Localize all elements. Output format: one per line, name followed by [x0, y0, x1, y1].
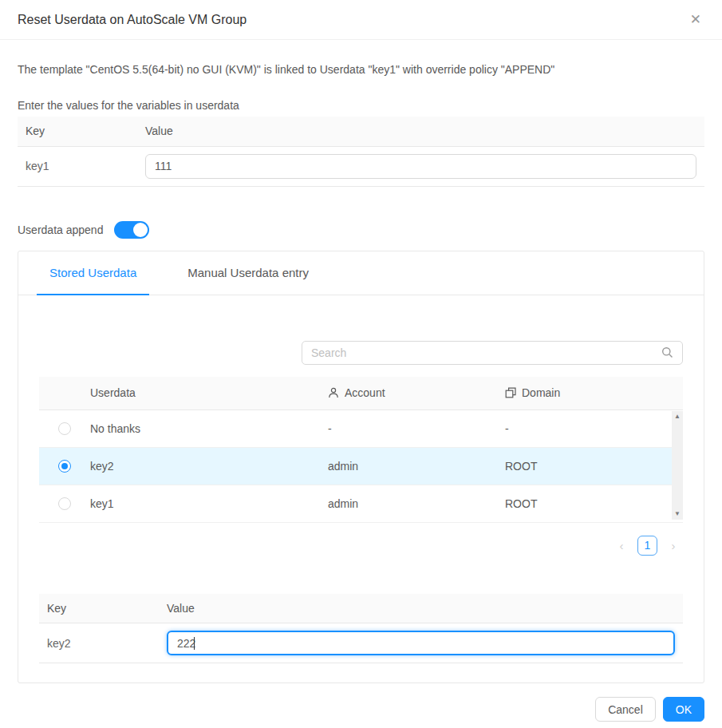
cell-userdata: key2	[90, 460, 328, 473]
cell-account: -	[328, 422, 505, 435]
cell-domain: ROOT	[505, 497, 683, 510]
pagination-prev-icon[interactable]: ‹	[612, 536, 631, 555]
ok-button[interactable]: OK	[663, 697, 704, 722]
scroll-down-icon[interactable]: ▼	[674, 508, 681, 520]
column-header-account: Account	[345, 386, 385, 399]
table-header-row: Key Value	[18, 117, 704, 146]
cancel-button[interactable]: Cancel	[595, 697, 656, 722]
tab-manual-userdata-entry[interactable]: Manual Userdata entry	[175, 251, 322, 295]
selected-value-input[interactable]	[167, 631, 675, 655]
tab-stored-userdata[interactable]: Stored Userdata	[37, 251, 149, 295]
modal-footer: Cancel OK	[0, 697, 722, 722]
modal-title: Reset Userdata on AutoScale VM Group	[18, 13, 247, 27]
pagination-next-icon[interactable]: ›	[664, 536, 683, 555]
search-icon[interactable]	[661, 346, 673, 358]
template-link-note: The template "CentOS 5.5(64-bit) no GUI …	[18, 63, 704, 76]
close-icon[interactable]: ✕	[687, 10, 704, 30]
toggle-knob	[133, 223, 148, 237]
tab-bar: Stored Userdata Manual Userdata entry	[18, 251, 704, 295]
column-header-domain: Domain	[522, 386, 560, 399]
column-header-value: Value	[137, 117, 704, 146]
column-header-userdata: Userdata	[90, 386, 328, 399]
search-input[interactable]	[311, 346, 661, 359]
variable-value-input[interactable]	[145, 154, 696, 179]
userdata-card: Stored Userdata Manual Userdata entry	[18, 251, 704, 684]
userdata-append-label: Userdata append	[18, 224, 103, 236]
modal-header: Reset Userdata on AutoScale VM Group ✕	[0, 0, 722, 40]
variables-section-label: Enter the values for the variables in us…	[18, 99, 704, 112]
variable-key-label: key1	[18, 146, 137, 186]
cell-domain: ROOT	[505, 460, 683, 473]
radio-no-thanks[interactable]	[58, 422, 71, 435]
cell-domain: -	[505, 422, 683, 435]
search-field	[302, 341, 683, 365]
userdata-append-toggle[interactable]	[114, 221, 149, 239]
cell-account: admin	[328, 497, 505, 510]
scroll-up-icon[interactable]: ▲	[674, 411, 681, 422]
selected-key-label: key2	[39, 623, 159, 663]
userdata-row-key2[interactable]: key2 admin ROOT	[39, 448, 683, 485]
radio-key1[interactable]	[58, 497, 71, 510]
stored-userdata-table: Userdata Account Domain	[39, 377, 683, 523]
table-row: key1	[18, 146, 704, 186]
column-header-key: Key	[18, 117, 137, 146]
block-icon	[505, 387, 516, 398]
selected-userdata-kv-table: Key Value key2	[39, 594, 683, 664]
column-header-key: Key	[39, 594, 159, 623]
pagination: ‹ 1 ›	[39, 536, 683, 556]
table-row: key2	[39, 623, 683, 663]
variables-table: Key Value key1	[18, 117, 704, 187]
userdata-append-row: Userdata append	[18, 221, 704, 239]
cell-account: admin	[328, 460, 505, 473]
table-header-row: Key Value	[39, 594, 683, 623]
tab-content: Userdata Account Domain	[18, 341, 704, 683]
pagination-page-1[interactable]: 1	[637, 536, 657, 556]
radio-key2[interactable]	[58, 460, 71, 473]
userdata-row-no-thanks[interactable]: No thanks - -	[39, 410, 683, 448]
column-header-value: Value	[159, 594, 683, 623]
cell-userdata: key1	[90, 497, 328, 510]
modal-body: The template "CentOS 5.5(64-bit) no GUI …	[0, 63, 722, 683]
userdata-table-body: No thanks - - key2 admin ROOT key1 admin	[39, 410, 683, 523]
table-scrollbar[interactable]: ▲ ▼	[672, 411, 683, 520]
userdata-table-header: Userdata Account Domain	[39, 377, 683, 410]
cell-userdata: No thanks	[90, 422, 328, 435]
user-icon	[328, 387, 339, 398]
text-caret	[194, 637, 195, 650]
userdata-row-key1[interactable]: key1 admin ROOT	[39, 485, 683, 523]
